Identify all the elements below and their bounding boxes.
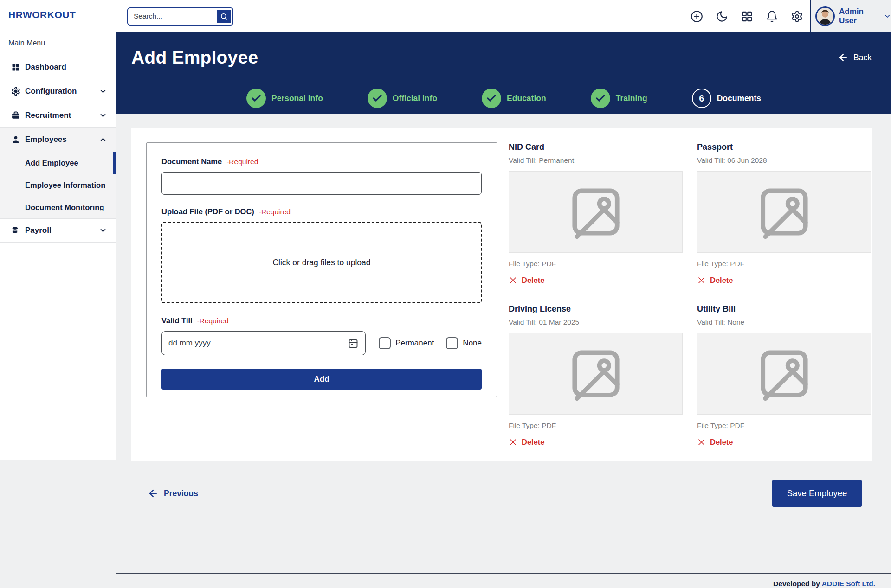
step-training[interactable]: Training	[591, 89, 647, 108]
sidebar-item-configuration[interactable]: Configuration	[0, 79, 116, 103]
document-thumbnail	[697, 333, 871, 415]
permanent-checkbox[interactable]	[379, 337, 391, 349]
sidebar-subitem-label: Employee Information	[25, 181, 105, 190]
search-button[interactable]	[217, 10, 231, 23]
plus-circle-icon[interactable]	[691, 10, 703, 23]
x-icon	[697, 438, 706, 447]
none-label: None	[463, 339, 482, 348]
delete-label: Delete	[710, 438, 733, 447]
sidebar-item-label: Recruitment	[25, 111, 99, 120]
step-documents[interactable]: 6 Documents	[692, 89, 761, 108]
wizard-footer-nav: Previous Save Employee	[131, 480, 872, 507]
check-circle-icon	[368, 89, 387, 108]
sidebar-item-document-monitoring[interactable]: Document Monitoring	[0, 196, 116, 218]
x-icon	[697, 276, 706, 285]
sidebar-subitem-label: Document Monitoring	[25, 203, 104, 212]
document-valid-till: Valid Till: None	[697, 318, 871, 326]
gear-icon[interactable]	[791, 10, 803, 23]
sidebar-item-employees[interactable]: Employees	[0, 128, 116, 152]
step-label: Personal Info	[271, 94, 323, 103]
sidebar-item-label: Employees	[25, 135, 99, 144]
x-icon	[509, 276, 517, 285]
step-number-badge: 6	[692, 89, 711, 108]
add-button[interactable]: Add	[161, 369, 482, 390]
search-box	[127, 7, 233, 26]
document-valid-till: Valid Till: 06 Jun 2028	[697, 156, 871, 165]
bell-icon[interactable]	[766, 10, 778, 23]
moon-icon[interactable]	[716, 10, 728, 23]
arrow-left-icon	[148, 488, 159, 499]
previous-button[interactable]: Previous	[148, 488, 198, 499]
delete-document-button[interactable]: Delete	[697, 438, 733, 447]
image-placeholder-icon	[756, 184, 813, 240]
document-card-nid: NID Card Valid Till: Permanent File Type…	[509, 142, 683, 285]
save-employee-button[interactable]: Save Employee	[772, 480, 862, 507]
document-title: NID Card	[509, 142, 683, 152]
calendar-icon[interactable]	[348, 338, 359, 349]
sidebar-item-add-employee[interactable]: Add Employee	[0, 152, 116, 174]
validity-options: Permanent None	[379, 337, 482, 349]
sidebar-item-payroll[interactable]: Payroll	[0, 218, 116, 243]
document-file-type: File Type: PDF	[509, 422, 683, 430]
dashboard-icon	[11, 63, 20, 72]
user-menu[interactable]: Admin User	[810, 0, 891, 32]
brand-logo: HRWORKOUT	[0, 0, 116, 32]
step-label: Official Info	[393, 94, 437, 103]
permanent-option[interactable]: Permanent	[379, 337, 434, 349]
stepper: Personal Info Official Info Education Tr…	[116, 83, 891, 114]
document-name-label: Document Name	[161, 157, 222, 166]
document-card-passport: Passport Valid Till: 06 Jun 2028 File Ty…	[697, 142, 871, 285]
delete-document-button[interactable]: Delete	[509, 276, 545, 285]
step-label: Training	[616, 94, 647, 103]
dropzone-text: Click or drag files to upload	[272, 258, 370, 268]
step-personal-info[interactable]: Personal Info	[246, 89, 323, 108]
sidebar-item-dashboard[interactable]: Dashboard	[0, 55, 116, 79]
topbar-icons	[691, 10, 803, 23]
sidebar-item-label: Payroll	[25, 226, 99, 235]
document-title: Passport	[697, 142, 871, 152]
back-button[interactable]: Back	[838, 52, 872, 63]
check-circle-icon	[591, 89, 610, 108]
sidebar-section-label: Main Menu	[0, 32, 116, 55]
step-official-info[interactable]: Official Info	[368, 89, 437, 108]
delete-label: Delete	[522, 438, 545, 447]
step-education[interactable]: Education	[482, 89, 546, 108]
required-tag: -Required	[226, 158, 258, 166]
previous-label: Previous	[164, 489, 198, 499]
document-valid-till: Valid Till: Permanent	[509, 156, 683, 165]
delete-label: Delete	[522, 276, 545, 285]
document-name-input[interactable]	[161, 172, 482, 195]
chevron-down-icon	[884, 12, 891, 20]
step-label: Education	[507, 94, 546, 103]
document-title: Driving License	[509, 304, 683, 314]
file-dropzone[interactable]: Click or drag files to upload	[161, 222, 482, 303]
sidebar-item-recruitment[interactable]: Recruitment	[0, 103, 116, 127]
search-icon	[220, 13, 228, 20]
sidebar-item-employee-information[interactable]: Employee Information	[0, 174, 116, 196]
delete-label: Delete	[710, 276, 733, 285]
back-label: Back	[853, 53, 872, 63]
none-checkbox[interactable]	[446, 337, 458, 349]
chevron-down-icon	[99, 87, 107, 96]
briefcase-icon	[11, 111, 20, 120]
chevron-down-icon	[99, 111, 107, 120]
company-link[interactable]: ADDIE Soft Ltd.	[822, 580, 875, 588]
developed-by-text: Developed by	[773, 580, 820, 588]
document-title: Utility Bill	[697, 304, 871, 314]
person-icon	[11, 135, 20, 144]
page-header: Add Employee Back	[116, 32, 891, 83]
topbar: Admin User	[116, 0, 891, 32]
image-placeholder-icon	[568, 345, 624, 402]
x-icon	[509, 438, 517, 447]
chevron-down-icon	[99, 226, 107, 235]
document-thumbnail	[509, 333, 683, 415]
avatar	[815, 6, 835, 26]
image-placeholder-icon	[756, 345, 813, 402]
none-option[interactable]: None	[446, 337, 482, 349]
delete-document-button[interactable]: Delete	[697, 276, 733, 285]
delete-document-button[interactable]: Delete	[509, 438, 545, 447]
valid-till-input[interactable]	[168, 339, 348, 348]
gear-icon	[11, 87, 20, 96]
document-card-driving-license: Driving License Valid Till: 01 Mar 2025 …	[509, 304, 683, 447]
apps-grid-icon[interactable]	[741, 10, 753, 23]
